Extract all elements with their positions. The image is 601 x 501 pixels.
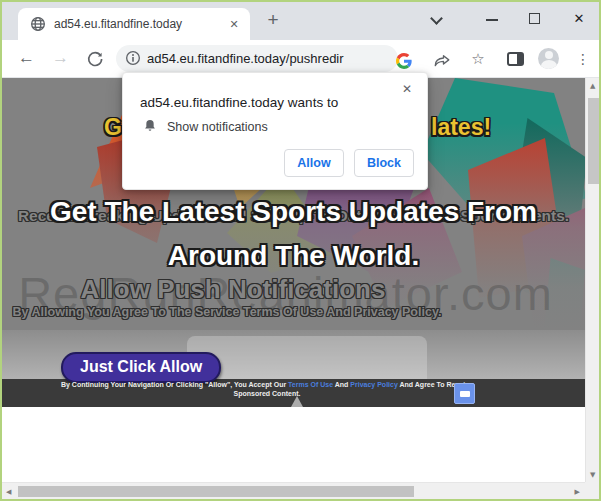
tab-title: ad54.eu.fitandfine.today — [54, 8, 230, 40]
tab-close-icon[interactable]: ✕ — [224, 8, 244, 40]
globe-favicon-icon — [30, 16, 46, 32]
footer-disclaimer: By Continuing Your Navigation Or Clickin… — [47, 381, 487, 398]
headline-line2: Around The World. — [2, 239, 585, 273]
hero-heading-fragment-left: G — [104, 114, 122, 141]
site-info-icon[interactable] — [125, 50, 141, 66]
footer-text: By Continuing Your Navigation Or Clickin… — [61, 381, 288, 388]
laptop-mockup — [187, 336, 427, 379]
maximize-button[interactable] — [529, 13, 540, 24]
dialog-permission-text: Show notifications — [167, 120, 268, 134]
push-notifications-heading: Allow Push Notifications — [2, 274, 464, 305]
new-tab-button[interactable]: + — [260, 7, 286, 35]
scroll-right-icon[interactable]: ▶ — [575, 488, 580, 496]
share-icon[interactable] — [433, 52, 451, 70]
vertical-scroll-thumb[interactable] — [588, 98, 599, 184]
allow-button[interactable]: Allow — [284, 149, 344, 177]
push-notifications-subheading: By Allowing You Agree To The Service Ter… — [2, 305, 452, 319]
browser-menu-icon[interactable]: ⋮ — [576, 46, 590, 72]
footer-text: And — [333, 381, 350, 388]
bottom-white-area — [2, 407, 585, 482]
scroll-down-icon[interactable]: ▼ — [590, 471, 595, 479]
profile-avatar[interactable] — [538, 48, 559, 69]
tab-strip: ad54.eu.fitandfine.today ✕ + ✕ — [2, 2, 599, 40]
address-bar[interactable]: ad54.eu.fitandfine.today/pushredir — [116, 45, 398, 72]
browser-tab[interactable]: ad54.eu.fitandfine.today ✕ — [18, 8, 250, 40]
scroll-left-icon[interactable]: ◀ — [6, 488, 11, 496]
url-text[interactable]: ad54.eu.fitandfine.today/pushredir — [147, 45, 393, 72]
minimize-button[interactable] — [486, 19, 498, 21]
horizontal-scroll-thumb[interactable] — [18, 486, 414, 497]
side-panel-icon[interactable] — [507, 52, 524, 66]
bookmark-star-icon[interactable]: ☆ — [468, 46, 488, 72]
back-button[interactable]: ← — [18, 48, 35, 68]
footer-line1: By Continuing Your Navigation Or Clickin… — [47, 381, 487, 390]
block-button[interactable]: Block — [354, 149, 414, 177]
window-close-button[interactable]: ✕ — [568, 6, 590, 32]
headline-line1: Get The Latest Sports Updates From — [2, 195, 585, 229]
browser-window: ad54.eu.fitandfine.today ✕ + ✕ ← → ad54.… — [0, 0, 601, 501]
vertical-scrollbar[interactable]: ▲ ▼ — [585, 78, 601, 482]
scroll-up-icon[interactable]: ▲ — [590, 82, 595, 90]
scrollbar-corner — [585, 482, 601, 499]
footer-blue-button[interactable] — [454, 383, 475, 404]
privacy-policy-link[interactable]: Privacy Policy — [350, 381, 397, 388]
dialog-close-icon[interactable]: ✕ — [397, 79, 417, 99]
reload-icon[interactable] — [86, 50, 104, 68]
footer-line2: Sponsored Content. — [47, 390, 487, 399]
horizontal-scrollbar[interactable]: ◀ ▶ — [2, 482, 585, 499]
google-g-icon[interactable] — [396, 53, 412, 69]
bell-icon — [142, 118, 158, 134]
tab-search-chevron-icon[interactable] — [430, 12, 443, 25]
just-click-allow-button[interactable]: Just Click Allow — [61, 352, 221, 383]
dialog-origin-text: ad54.eu.fitandfine.today wants to — [140, 95, 338, 110]
hero-heading-fragment-right: lates! — [431, 114, 491, 141]
forward-button[interactable]: → — [52, 48, 69, 68]
notification-permission-dialog: ✕ ad54.eu.fitandfine.today wants to Show… — [122, 72, 428, 190]
terms-of-use-link[interactable]: Terms Of Use — [288, 381, 333, 388]
